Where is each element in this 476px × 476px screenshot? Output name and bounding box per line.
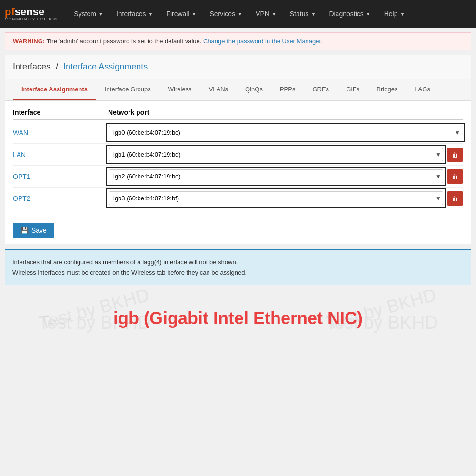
tab-label-1: Interface Groups [105, 86, 151, 93]
breadcrumb: Interfaces / Interface Assignments [5, 55, 471, 79]
logo-pf: pf [5, 6, 15, 18]
tab-gifs[interactable]: GIFs [337, 79, 368, 101]
info-line-1: Interfaces that are configured as member… [12, 257, 464, 268]
nav-item-status[interactable]: Status▼ [283, 0, 323, 28]
select-wrapper-2: igb2 (60:be:b4:07:19:be)▼ [106, 167, 446, 186]
col-interface-header: Interface [13, 109, 108, 116]
row-interface-1: LAN [13, 151, 108, 159]
tab-label-7: GIFs [346, 86, 359, 93]
warning-link[interactable]: Change the password in the User Manager. [203, 38, 323, 45]
tab-gres[interactable]: GREs [304, 79, 337, 101]
save-section: 💾 Save [5, 217, 471, 244]
nav-item-vpn[interactable]: VPN▼ [249, 0, 283, 28]
nic-area: Test by BKHD Test by BKHD igb (Gigabit I… [0, 289, 476, 338]
logo-sense: sense [15, 6, 44, 18]
main-content: Interfaces / Interface Assignments Inter… [5, 55, 471, 244]
tab-interface-assignments[interactable]: Interface Assignments [13, 79, 96, 101]
nav-item-help[interactable]: Help▼ [377, 0, 412, 28]
nav-item-diagnostics[interactable]: Diagnostics▼ [322, 0, 377, 28]
nav-arrow-vpn: ▼ [272, 11, 277, 17]
breadcrumb-static: Interfaces [13, 62, 50, 71]
warning-label: WARNING: [13, 38, 45, 45]
tab-ppps[interactable]: PPPs [271, 79, 304, 101]
nav-label-firewall: Firewall [166, 10, 189, 18]
nav-arrow-help: ▼ [400, 11, 405, 17]
tab-wireless[interactable]: Wireless [159, 79, 200, 101]
tab-qinqs[interactable]: QinQs [237, 79, 271, 101]
row-interface-2: OPT1 [13, 173, 108, 180]
warning-message: The 'admin' account password is set to t… [47, 38, 202, 45]
nav-label-vpn: VPN [256, 10, 269, 18]
tab-label-8: Bridges [377, 86, 397, 93]
info-line-2: Wireless interfaces must be created on t… [12, 268, 464, 278]
row-network-1: igb1 (60:be:b4:07:19:bd)▼🗑 [108, 147, 463, 162]
nav-arrow-firewall: ▼ [192, 11, 197, 17]
row-network-0: igb0 (60:be:b4:07:19:bc)▼ [108, 125, 463, 140]
breadcrumb-active: Interface Assignments [63, 62, 148, 71]
save-label: Save [31, 227, 47, 234]
table-row: OPT1igb2 (60:be:b4:07:19:be)▼🗑 [13, 166, 463, 188]
nav-label-interfaces: Interfaces [117, 10, 146, 18]
breadcrumb-separator: / [56, 62, 58, 71]
tab-vlans[interactable]: VLANs [200, 79, 237, 101]
network-port-select-1[interactable]: igb1 (60:be:b4:07:19:bd) [109, 148, 443, 161]
delete-button-2[interactable]: 🗑 [447, 169, 463, 184]
nav-item-firewall[interactable]: Firewall▼ [159, 0, 203, 28]
table-row: OPT2igb3 (60:be:b4:07:19:bf)▼🗑 [13, 188, 463, 209]
tab-label-0: Interface Assignments [21, 86, 88, 93]
delete-button-1[interactable]: 🗑 [447, 148, 463, 162]
nav-arrow-status: ▼ [311, 11, 316, 17]
select-wrapper-0: igb0 (60:be:b4:07:19:bc)▼ [106, 123, 465, 142]
network-port-select-3[interactable]: igb3 (60:be:b4:07:19:bf) [109, 191, 443, 205]
tab-label-5: PPPs [280, 86, 296, 93]
tab-label-6: GREs [312, 86, 329, 93]
table-section: Interface Network port WANigb0 (60:be:b4… [5, 101, 471, 217]
tab-interface-groups[interactable]: Interface Groups [96, 79, 159, 101]
row-interface-0: WAN [13, 129, 108, 137]
nav-arrow-services: ▼ [238, 11, 242, 17]
nav-label-help: Help [384, 10, 398, 18]
row-interface-3: OPT2 [13, 195, 108, 202]
row-network-2: igb2 (60:be:b4:07:19:be)▼🗑 [108, 169, 463, 184]
pfsense-logo: pfsense COMMUNITY EDITION [5, 7, 58, 21]
network-port-select-2[interactable]: igb2 (60:be:b4:07:19:be) [109, 169, 443, 183]
tab-label-2: Wireless [168, 86, 192, 93]
tab-lags[interactable]: LAGs [406, 79, 439, 101]
nav-item-services[interactable]: Services▼ [203, 0, 249, 28]
nav-items: System▼Interfaces▼Firewall▼Services▼VPN▼… [67, 0, 471, 28]
nav-label-system: System [74, 10, 96, 18]
nav-label-services: Services [209, 10, 235, 18]
save-icon: 💾 [20, 227, 29, 234]
nav-arrow-interfaces: ▼ [148, 11, 153, 17]
brand: pfsense COMMUNITY EDITION [5, 7, 58, 21]
nav-label-status: Status [290, 10, 309, 18]
table-header: Interface Network port [13, 109, 463, 120]
navbar: pfsense COMMUNITY EDITION System▼Interfa… [0, 0, 476, 28]
select-wrapper-3: igb3 (60:be:b4:07:19:bf)▼ [106, 188, 446, 208]
nic-label: igb (Gigabit Intel Ethernet NIC) [0, 308, 476, 328]
tab-bridges[interactable]: Bridges [368, 79, 406, 101]
tab-bar: Interface AssignmentsInterface GroupsWir… [5, 79, 471, 101]
nav-arrow-diagnostics: ▼ [366, 11, 371, 17]
nav-item-system[interactable]: System▼ [67, 0, 110, 28]
row-network-3: igb3 (60:be:b4:07:19:bf)▼🗑 [108, 190, 463, 206]
logo-edition: COMMUNITY EDITION [5, 17, 58, 21]
nav-arrow-system: ▼ [99, 11, 103, 17]
select-wrapper-1: igb1 (60:be:b4:07:19:bd)▼ [106, 145, 446, 164]
delete-button-3[interactable]: 🗑 [447, 191, 463, 206]
nav-item-interfaces[interactable]: Interfaces▼ [110, 0, 159, 28]
tab-label-9: LAGs [415, 86, 430, 93]
tab-label-3: VLANs [209, 86, 228, 93]
tab-label-4: QinQs [245, 86, 263, 93]
col-network-header: Network port [108, 109, 463, 116]
nav-label-diagnostics: Diagnostics [329, 10, 363, 18]
logo-text: pfsense [5, 7, 58, 17]
table-row: WANigb0 (60:be:b4:07:19:bc)▼ [13, 122, 463, 144]
info-box: Interfaces that are configured as member… [5, 249, 471, 285]
table-row: LANigb1 (60:be:b4:07:19:bd)▼🗑 [13, 144, 463, 166]
network-port-select-0[interactable]: igb0 (60:be:b4:07:19:bc) [109, 126, 462, 139]
warning-bar: WARNING: The 'admin' account password is… [5, 32, 471, 50]
save-button[interactable]: 💾 Save [13, 223, 54, 238]
